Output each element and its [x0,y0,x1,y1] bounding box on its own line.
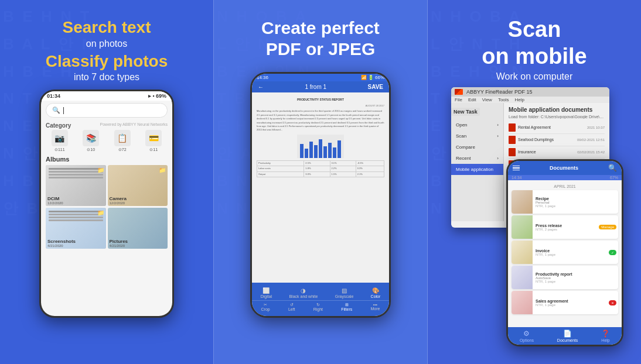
doc-type-other[interactable]: 📋 ⊙72 [114,130,131,152]
action-left[interactable]: ↺ Left [288,303,295,311]
options-icon: ⚙ [523,329,530,338]
doc-title-sim: PRODUCTIVITY STATUS REPORT [257,97,384,102]
action-filters[interactable]: ⊞ Filters [341,303,352,311]
filter-bw[interactable]: ◑ Black and white [289,287,318,298]
back-btn[interactable]: ← [258,84,264,90]
digital-label: Digital [261,294,272,298]
productivity-img [512,266,533,289]
menu-edit[interactable]: Edit [468,97,476,102]
gray-label: Grayscale [335,294,354,298]
doc-count-other: ⊙72 [118,147,127,152]
menu-view[interactable]: View [482,97,492,102]
action-right[interactable]: ↻ Right [313,303,323,311]
left-icon: ↺ [290,303,294,307]
more-icon: ••• [373,303,377,307]
doc-card-press[interactable]: Press release NTR, 2 pages Manage [512,215,618,239]
menu-file[interactable]: File [455,97,462,102]
doc-list-seafood[interactable]: Seafood Dumplings 09/02-2021 12:51 [509,134,605,146]
nav-docs[interactable]: 📄 Documents [557,329,578,342]
doc-icon-bizcard: 💳 [145,130,162,146]
salesagr-img [512,291,533,314]
recent-label: Recent [456,156,470,161]
left-subtitle2: into 7 doc types [74,72,139,83]
nav-help[interactable]: ❓ Help [601,329,610,342]
action-crop[interactable]: ✂ Crop [261,303,270,311]
invoice-size: NTR, 1 page [536,253,606,256]
salesagr-name: Sales agreement [536,299,606,303]
recipe-name: Recipe [536,197,615,201]
sidebar-btn-mobile[interactable]: Mobile application [451,164,503,175]
right-label: Right [313,307,323,311]
panel-middle: N H O B A L 안 N T H B E H 안 N T B A L N … [213,0,428,364]
middle-title2: PDF or JPEG [266,39,376,60]
status-icons-left: ▸ ▪ 69% [148,93,166,99]
doc-icon-other: 📋 [114,130,131,146]
photo-cell-pictures[interactable]: Pictures 4/21/2020 [108,208,168,249]
filter-digital[interactable]: ⬜ Digital [261,287,272,298]
productivity-thumb [512,266,533,289]
productivity-size: NTR, 1 page [536,280,615,283]
dcim-date: 12/2/2020 [47,201,63,205]
doc-list-rental[interactable]: Rental Agreement 2021 10:37 [509,122,605,134]
digital-icon: ⬜ [262,287,270,294]
sidebar-btn-compare[interactable]: Compare [451,142,503,153]
filter-gray[interactable]: ▨ Grayscale [335,287,354,298]
save-btn[interactable]: SAVE [368,84,384,90]
sidebar-btn-scan[interactable]: Scan › [451,131,503,142]
right-screen: Documents 🔍 14:34 67% APRIL 2021 [508,161,622,345]
powered-by: Powered by ABBYY Neural Networks [100,122,168,126]
status-bar-middle: 14:36 📶 🔋 66% [252,74,389,81]
search-bar[interactable]: 🔍 [46,103,168,118]
left-subtitle1: on photos [86,39,127,49]
doc-card-salesagr[interactable]: Sales agreement NTR, 1 page ✕ [512,291,618,314]
photo-cell-dcim[interactable]: 📁 DCIM 12/2/2020 [46,165,106,206]
mobile-docs-title: Mobile application documents [509,107,605,113]
salesagr-badge: ✕ [609,300,616,305]
doc-type-all[interactable]: 📷 ⊙111 [52,130,68,152]
date-divider: APRIL 2021 [512,184,618,188]
photo-grid: 📁 DCIM 12/2/2020 📁 Camera 12/2/2020 [46,165,168,249]
menu-tools[interactable]: Tools [498,97,509,102]
search-icon-right[interactable]: 🔍 [608,164,617,172]
action-more[interactable]: ••• More [370,303,380,311]
doc-card-productivity[interactable]: Productivity report AutoSave NTR, 1 page [512,266,618,289]
doc-name-insurance: Insurance [518,150,575,154]
compare-label: Compare [456,145,475,150]
panel-right: N H O B A L 안 N T H B E H 안 N T B A L N … [428,0,641,364]
left-title1: Search text [63,18,151,37]
doc-card-invoice[interactable]: Invoice NTR, 1 page ✓ [512,241,618,264]
menu-help[interactable]: Help [515,97,524,102]
doc-date-sim: AUGUST 28 2017 [257,104,384,108]
new-task-label: New Task [451,108,480,116]
nav-options[interactable]: ⚙ Options [520,329,534,342]
sidebar-btn-recent[interactable]: Recent › [451,153,503,164]
pictures-date: 4/21/2020 [110,244,128,248]
invoice-name: Invoice [536,249,606,253]
sidebar-btn-open[interactable]: Open › [451,119,503,131]
mid-status-icons: 📶 🔋 66% [361,75,384,80]
right-battery: 67% [610,176,618,180]
doc-count: 1 from 1 [305,84,326,90]
doc-type-bizcard[interactable]: 💳 ⊙11 [145,130,162,152]
doc-list-insurance[interactable]: Insurance 02/02/2021 15:42 [509,146,605,159]
middle-title1: Create perfect [261,18,380,39]
doc-card-recipe[interactable]: Recipe Personal NTR, 1 page [512,190,618,214]
hamburger-menu[interactable] [513,166,520,171]
mid-status-time: 14:36 [257,75,268,80]
left-label: Left [288,307,295,311]
mid-toolbar: ← 1 from 1 SAVE [252,81,389,92]
win-sidebar: New Task Open › Scan › Compare Recent › [451,103,504,221]
photo-cell-camera[interactable]: 📁 Camera 12/2/2020 [108,165,168,206]
status-bar-left: 01:34 ▸ ▪ 69% [41,91,172,101]
albums-label: Albums [46,156,168,163]
right-title2: on mobile [482,44,587,69]
help-icon: ❓ [601,329,610,338]
doc-type-books[interactable]: 📚 ⊙10 [83,130,99,152]
filter-color[interactable]: 🎨 Color [371,287,381,298]
doc-text: PRODUCTIVITY STATUS REPORT AUGUST 28 201… [257,97,384,177]
press-size: NTR, 2 pages [536,228,596,231]
recipe-thumb [512,190,533,214]
status-time-left: 01:34 [47,93,60,99]
photo-cell-screenshots[interactable]: 📁 Screenshots 4/21/2020 [46,208,106,249]
doc-icon-books: 📚 [83,130,99,146]
